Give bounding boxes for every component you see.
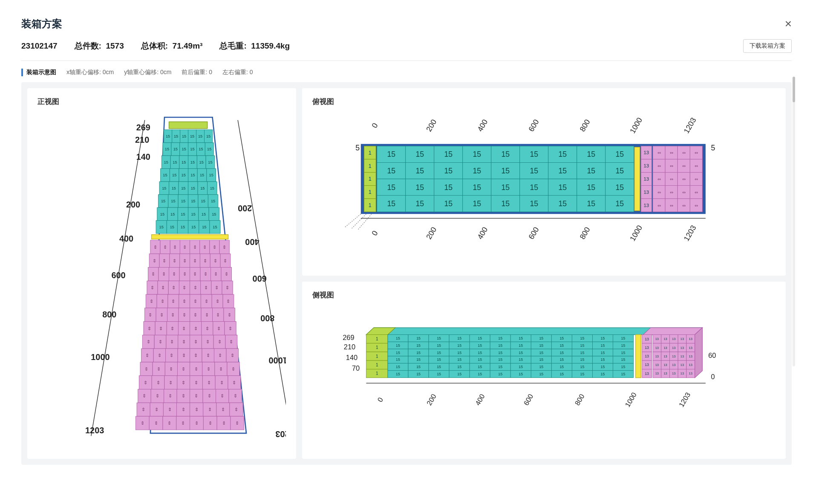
svg-text:⇕: ⇕ — [213, 245, 216, 250]
svg-text:15: 15 — [539, 372, 543, 377]
svg-text:15: 15 — [160, 212, 164, 216]
top-view-diagram: 0 200 400 600 800 1000 1203 5 5 11111 15… — [312, 112, 776, 252]
svg-text:600: 600 — [527, 225, 540, 241]
svg-text:15: 15 — [164, 160, 168, 164]
svg-text:15: 15 — [600, 343, 605, 348]
svg-text:⇕: ⇕ — [232, 380, 236, 385]
svg-text:15: 15 — [558, 199, 567, 208]
svg-text:15: 15 — [539, 336, 543, 340]
svg-text:13: 13 — [672, 337, 675, 341]
svg-text:15: 15 — [580, 343, 584, 348]
svg-text:⇕: ⇕ — [167, 420, 171, 426]
svg-text:15: 15 — [473, 199, 481, 208]
svg-text:15: 15 — [444, 199, 453, 208]
svg-text:⇕: ⇕ — [222, 420, 226, 426]
svg-text:15: 15 — [200, 173, 204, 177]
svg-text:15: 15 — [171, 199, 175, 203]
svg-text:15: 15 — [387, 167, 395, 175]
svg-text:5: 5 — [355, 144, 360, 152]
scrollbar-thumb[interactable] — [793, 77, 795, 102]
svg-text:13: 13 — [672, 372, 675, 376]
svg-text:13: 13 — [655, 337, 658, 341]
svg-text:⇕: ⇕ — [218, 339, 222, 344]
svg-text:15: 15 — [530, 183, 538, 192]
svg-text:15: 15 — [207, 147, 211, 151]
svg-text:15: 15 — [530, 150, 538, 158]
svg-text:13: 13 — [643, 203, 649, 208]
total-gross: 总毛重: 11359.4kg — [219, 40, 290, 52]
svg-text:1203: 1203 — [275, 429, 285, 439]
svg-text:⇕: ⇕ — [159, 339, 162, 344]
svg-text:⇔: ⇔ — [657, 203, 660, 208]
svg-text:15: 15 — [416, 351, 421, 355]
svg-text:15: 15 — [206, 134, 210, 138]
svg-text:13: 13 — [645, 354, 649, 359]
svg-text:13: 13 — [655, 363, 658, 367]
svg-text:⇕: ⇕ — [159, 326, 163, 331]
svg-text:15: 15 — [615, 183, 624, 192]
svg-text:⇕: ⇕ — [147, 326, 151, 331]
svg-rect-432 — [634, 147, 640, 210]
svg-text:⇕: ⇕ — [208, 393, 211, 398]
front-view-diagram: 269 210 140 200 400 600 800 1000 1203 20… — [37, 112, 286, 450]
svg-text:⇕: ⇕ — [170, 353, 173, 358]
download-button[interactable]: 下载装箱方案 — [743, 39, 792, 53]
svg-text:1203: 1203 — [677, 391, 692, 409]
svg-text:1203: 1203 — [85, 426, 104, 435]
svg-text:⇔: ⇔ — [669, 203, 673, 208]
svg-text:⇕: ⇕ — [163, 245, 167, 250]
svg-text:15: 15 — [437, 336, 441, 340]
side-view-title: 侧视图 — [312, 290, 776, 300]
svg-text:⇕: ⇕ — [151, 271, 155, 276]
svg-text:15: 15 — [478, 351, 482, 355]
svg-marker-715 — [695, 328, 702, 378]
svg-text:200: 200 — [424, 118, 438, 133]
svg-text:15: 15 — [498, 343, 502, 348]
svg-text:13: 13 — [689, 372, 692, 376]
svg-text:13: 13 — [643, 163, 649, 168]
svg-text:13: 13 — [655, 346, 658, 350]
svg-text:15: 15 — [161, 199, 165, 203]
svg-text:⇔: ⇔ — [657, 164, 660, 168]
svg-text:⇕: ⇕ — [205, 312, 209, 317]
close-button[interactable]: × — [785, 17, 792, 31]
svg-text:15: 15 — [190, 173, 195, 177]
svg-text:⇕: ⇕ — [171, 312, 175, 317]
svg-text:15: 15 — [600, 336, 605, 340]
svg-text:15: 15 — [201, 199, 205, 203]
svg-text:13: 13 — [672, 354, 675, 358]
svg-text:13: 13 — [643, 176, 649, 181]
section-title: 装箱示意图 — [21, 69, 56, 76]
svg-text:⇕: ⇕ — [182, 380, 185, 385]
svg-text:⇕: ⇕ — [228, 312, 231, 317]
svg-text:⇕: ⇕ — [150, 285, 154, 290]
scrollbar[interactable] — [793, 77, 795, 366]
svg-text:15: 15 — [498, 365, 502, 369]
svg-text:⇕: ⇕ — [218, 353, 222, 358]
svg-text:⇕: ⇕ — [193, 312, 197, 317]
svg-text:⇔: ⇔ — [669, 190, 673, 195]
svg-text:269: 269 — [136, 123, 150, 132]
total-volume: 总体积: 71.49m³ — [141, 40, 203, 52]
svg-text:⇕: ⇕ — [145, 353, 149, 358]
total-pieces: 总件数: 1573 — [75, 40, 124, 52]
svg-text:13: 13 — [663, 346, 667, 350]
svg-text:15: 15 — [416, 358, 421, 362]
svg-text:⇔: ⇔ — [695, 177, 698, 181]
svg-text:⇔: ⇔ — [682, 177, 685, 181]
svg-text:13: 13 — [689, 363, 692, 367]
svg-text:15: 15 — [478, 365, 482, 369]
svg-text:15: 15 — [416, 372, 421, 377]
svg-text:15: 15 — [621, 343, 625, 348]
svg-text:15: 15 — [580, 372, 584, 377]
svg-text:15: 15 — [416, 343, 421, 348]
svg-text:15: 15 — [190, 160, 195, 164]
svg-text:0: 0 — [370, 121, 379, 130]
svg-marker-498 — [643, 328, 702, 335]
svg-text:⇔: ⇔ — [669, 177, 673, 181]
svg-text:15: 15 — [600, 372, 605, 377]
svg-text:⇕: ⇕ — [193, 299, 197, 304]
svg-text:15: 15 — [209, 173, 213, 177]
svg-text:15: 15 — [615, 199, 624, 208]
svg-text:15: 15 — [181, 212, 185, 216]
